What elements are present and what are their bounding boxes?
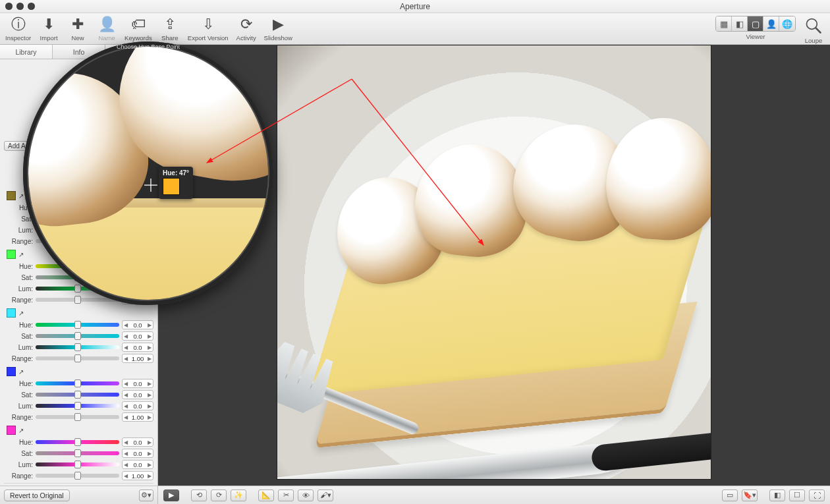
name-label: Name (98, 34, 115, 42)
show-master-button[interactable]: ☐ (789, 490, 805, 501)
lum-4-value: 0.0 (129, 461, 146, 468)
stepper-decrement-icon[interactable]: ◀ (123, 403, 129, 409)
color-swatch-1[interactable] (7, 250, 16, 259)
hue-3-stepper[interactable]: ◀ 0.0 ▶ (122, 379, 153, 388)
viewer-mode-places[interactable]: 🌐 (779, 16, 795, 31)
name-icon: 👤 (97, 16, 117, 33)
stepper-increment-icon[interactable]: ▶ (146, 451, 153, 457)
stepper-increment-icon[interactable]: ▶ (146, 381, 153, 387)
show-primary-only[interactable]: ◧ (769, 490, 785, 501)
eyedropper-icon[interactable]: ↗ (18, 251, 24, 258)
lum-3-stepper[interactable]: ◀ 0.0 ▶ (122, 401, 153, 410)
lum-4-slider[interactable] (36, 462, 119, 466)
hue-4-stepper[interactable]: ◀ 0.0 ▶ (122, 437, 153, 447)
viewer-mode-faces[interactable]: 👤 (763, 16, 779, 31)
range-4-stepper[interactable]: ◀ 1.00 ▶ (122, 471, 153, 480)
stepper-increment-icon[interactable]: ▶ (146, 414, 153, 420)
stepper-increment-icon[interactable]: ▶ (146, 439, 153, 445)
stepper-decrement-icon[interactable]: ◀ (123, 381, 129, 387)
auto-enhance-button[interactable]: ✨ (231, 490, 246, 501)
slideshow-icon: ▶ (268, 16, 288, 33)
new-button[interactable]: ✚ New (67, 16, 89, 42)
range-3-slider[interactable] (36, 415, 119, 419)
selection-tool[interactable]: ▶ (163, 490, 179, 501)
sat-4-slider[interactable] (36, 451, 119, 455)
stepper-increment-icon[interactable]: ▶ (146, 473, 153, 479)
zoom-toggle[interactable]: ▭ (722, 490, 738, 501)
stepper-increment-icon[interactable]: ▶ (146, 462, 153, 468)
import-button[interactable]: ⬇ Import (38, 16, 60, 42)
sat-3-slider[interactable] (36, 393, 119, 397)
rotate-ccw-button[interactable]: ⟲ (191, 490, 207, 501)
rotate-cw-button[interactable]: ⟳ (211, 490, 227, 501)
viewer-mode-single[interactable]: ▢ (748, 16, 763, 31)
viewer-mode-grid[interactable]: ▦ (716, 16, 732, 31)
inspector-action-menu[interactable]: ⚙▾ (139, 490, 153, 501)
range-2-stepper[interactable]: ◀ 1.00 ▶ (122, 354, 153, 363)
inspector-button[interactable]: ⓘ Inspector (5, 16, 31, 42)
hue-2-row: Hue: ◀ 0.0 ▶ (7, 320, 153, 330)
hue-4-slider[interactable] (36, 440, 119, 444)
color-swatch-3[interactable] (7, 367, 16, 376)
new-icon: ✚ (68, 16, 88, 33)
color-swatch-0[interactable] (7, 191, 16, 200)
range-1-slider[interactable] (36, 298, 119, 302)
full-screen-button[interactable]: ⛶ (809, 490, 825, 501)
loupe-button[interactable]: Loupe (802, 16, 825, 44)
eyedropper-icon[interactable]: ↗ (18, 427, 24, 434)
sat-2-stepper[interactable]: ◀ 0.0 ▶ (122, 331, 153, 341)
stepper-decrement-icon[interactable]: ◀ (123, 414, 129, 420)
lum-2-slider[interactable] (36, 345, 119, 349)
stepper-increment-icon[interactable]: ▶ (146, 392, 153, 398)
retouch-button[interactable]: 🖌▾ (318, 490, 333, 501)
lum-2-stepper[interactable]: ◀ 0.0 ▶ (122, 343, 153, 352)
slideshow-button[interactable]: ▶ Slideshow (264, 16, 292, 42)
range-4-slider[interactable] (36, 474, 119, 478)
activity-icon: ⟳ (236, 16, 256, 33)
eyedropper-icon[interactable]: ↗ (18, 368, 24, 376)
hue-4-row: Hue: ◀ 0.0 ▶ (7, 437, 153, 447)
stepper-increment-icon[interactable]: ▶ (146, 322, 153, 328)
revert-to-original-button[interactable]: Revert to Original (4, 490, 70, 501)
stepper-increment-icon[interactable]: ▶ (146, 356, 153, 362)
tab-library[interactable]: Library (0, 45, 53, 59)
sat-4-stepper[interactable]: ◀ 0.0 ▶ (122, 449, 153, 458)
metadata-overlay-button[interactable]: 🔖▾ (742, 490, 758, 501)
eyedropper-icon[interactable]: ↗ (18, 192, 24, 200)
crop-button[interactable]: ✂ (278, 490, 294, 501)
redeye-button[interactable]: 👁 (298, 490, 314, 501)
stepper-increment-icon[interactable]: ▶ (146, 345, 153, 350)
straighten-button[interactable]: 📐 (258, 490, 274, 501)
range-3-stepper[interactable]: ◀ 1.00 ▶ (122, 412, 153, 422)
stepper-decrement-icon[interactable]: ◀ (123, 333, 129, 339)
stepper-increment-icon[interactable]: ▶ (146, 333, 153, 339)
stepper-decrement-icon[interactable]: ◀ (123, 356, 129, 362)
eyedropper-icon[interactable]: ↗ (18, 310, 24, 317)
keywords-button[interactable]: 🏷 Keywords (124, 16, 152, 42)
activity-button[interactable]: ⟳ Activity (235, 16, 258, 42)
lum-3-slider[interactable] (36, 404, 119, 408)
share-button[interactable]: ⇪ Share (159, 16, 181, 42)
stepper-decrement-icon[interactable]: ◀ (123, 451, 129, 457)
viewer-canvas[interactable] (158, 45, 830, 486)
sat-2-slider[interactable] (36, 334, 119, 338)
stepper-decrement-icon[interactable]: ◀ (123, 322, 129, 328)
hue-2-stepper[interactable]: ◀ 0.0 ▶ (122, 320, 153, 329)
hue-2-slider[interactable] (36, 323, 119, 327)
sat-3-stepper[interactable]: ◀ 0.0 ▶ (122, 390, 153, 399)
stepper-decrement-icon[interactable]: ◀ (123, 462, 129, 468)
stepper-decrement-icon[interactable]: ◀ (123, 473, 129, 479)
range-4-value: 1.00 (129, 472, 146, 480)
stepper-decrement-icon[interactable]: ◀ (123, 392, 129, 398)
stepper-increment-icon[interactable]: ▶ (146, 403, 153, 409)
lum-4-stepper[interactable]: ◀ 0.0 ▶ (122, 460, 153, 469)
stepper-decrement-icon[interactable]: ◀ (123, 439, 129, 445)
hue-3-slider[interactable] (36, 381, 119, 385)
viewer-mode-split[interactable]: ◧ (732, 16, 748, 31)
stepper-decrement-icon[interactable]: ◀ (123, 345, 129, 350)
range-2-slider[interactable] (36, 356, 119, 360)
color-swatch-4[interactable] (7, 426, 16, 435)
loupe-overlay[interactable]: Choose Hue Base Point Hue: 47° 100▼ (23, 42, 273, 305)
export-button[interactable]: ⇩ Export Version (188, 16, 229, 42)
color-swatch-2[interactable] (7, 308, 16, 318)
